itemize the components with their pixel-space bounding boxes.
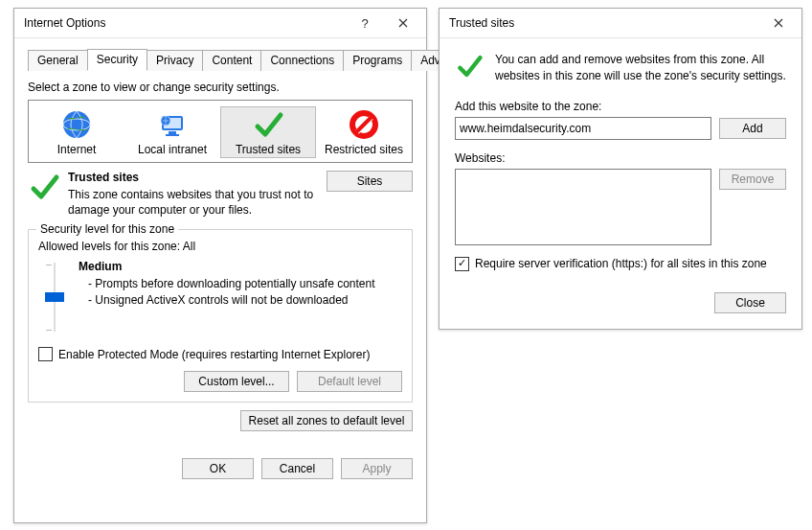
tab-connections[interactable]: Connections [260, 50, 344, 71]
trusted-zone-info: Trusted sites This zone contains website… [28, 171, 413, 218]
zone-internet-label: Internet [31, 143, 123, 156]
ts-body: You can add and remove websites from thi… [440, 38, 801, 327]
io-tabs: General Security Privacy Content Connect… [28, 48, 413, 71]
zone-trusted-sites-label: Trusted sites [222, 143, 314, 156]
ts-title: Trusted sites [449, 16, 759, 30]
apply-button[interactable]: Apply [341, 458, 413, 479]
trusted-sites-window: Trusted sites You can add and remove web… [439, 8, 802, 330]
level-name: Medium [79, 259, 375, 274]
custom-level-button[interactable]: Custom level... [184, 371, 289, 392]
level-bullet-2: - Unsigned ActiveX controls will not be … [79, 292, 375, 308]
zone-local-intranet-label: Local intranet [126, 143, 218, 156]
protected-mode-checkbox[interactable] [38, 347, 53, 361]
default-level-button[interactable]: Default level [297, 371, 402, 392]
require-https-label: Require server verification (https:) for… [475, 257, 767, 270]
allowed-levels: Allowed levels for this zone: All [38, 240, 402, 253]
zone-internet[interactable]: Internet [29, 106, 124, 158]
zone-restricted-sites-label: Restricted sites [318, 143, 410, 156]
tab-security[interactable]: Security [87, 49, 147, 71]
checkmark-icon [28, 171, 60, 206]
tab-privacy[interactable]: Privacy [147, 50, 203, 71]
remove-button[interactable]: Remove [719, 169, 786, 190]
monitor-icon [126, 108, 218, 141]
sites-button[interactable]: Sites [327, 171, 413, 192]
svg-rect-4 [169, 131, 176, 134]
zone-trusted-sites[interactable]: Trusted sites [220, 106, 316, 158]
internet-options-window: Internet Options ? General Security Priv… [13, 8, 427, 523]
trusted-title: Trusted sites [68, 171, 315, 186]
ts-close-button[interactable] [759, 12, 798, 35]
zone-instruction: Select a zone to view or change security… [28, 81, 413, 94]
cancel-button[interactable]: Cancel [261, 458, 333, 479]
help-button[interactable]: ? [346, 12, 384, 35]
ok-button[interactable]: OK [182, 458, 254, 479]
checkmark-icon [455, 52, 484, 83]
security-level-legend: Security level for this zone [36, 222, 178, 236]
ts-titlebar: Trusted sites [440, 9, 801, 38]
zone-restricted-sites[interactable]: Restricted sites [316, 106, 412, 158]
require-https-row[interactable]: Require server verification (https:) for… [455, 257, 786, 271]
tab-programs[interactable]: Programs [343, 50, 412, 71]
ts-info-text: You can add and remove websites from thi… [495, 52, 786, 84]
zone-local-intranet[interactable]: Local intranet [124, 106, 220, 158]
tab-content[interactable]: Content [202, 50, 261, 71]
add-button[interactable]: Add [719, 118, 786, 139]
require-https-checkbox[interactable] [455, 257, 469, 271]
svg-rect-5 [166, 134, 179, 136]
close-button[interactable] [384, 12, 422, 35]
trusted-desc: This zone contains websites that you tru… [68, 188, 315, 218]
websites-label: Websites: [455, 151, 786, 165]
close-dialog-button[interactable]: Close [714, 292, 786, 313]
reset-all-zones-button[interactable]: Reset all zones to default level [240, 410, 413, 431]
security-level-group: Security level for this zone Allowed lev… [28, 229, 413, 403]
level-bullet-1: - Prompts before downloading potentially… [79, 276, 375, 291]
svg-point-0 [63, 111, 90, 138]
security-level-text: Medium - Prompts before downloading pote… [79, 259, 375, 308]
globe-icon [31, 108, 123, 141]
io-title: Internet Options [24, 16, 346, 30]
io-body: General Security Privacy Content Connect… [14, 38, 426, 493]
protected-mode-row[interactable]: Enable Protected Mode (requires restarti… [38, 347, 402, 361]
websites-listbox[interactable] [455, 169, 711, 245]
zones-list: Internet Local intranet [28, 100, 413, 163]
checkmark-icon [222, 108, 314, 141]
io-titlebar: Internet Options ? [14, 9, 426, 38]
security-level-slider[interactable] [44, 259, 65, 335]
no-entry-icon [318, 108, 410, 141]
tab-general[interactable]: General [28, 50, 88, 71]
add-website-input[interactable] [455, 117, 711, 140]
protected-mode-label: Enable Protected Mode (requires restarti… [58, 348, 371, 361]
add-website-label: Add this website to the zone: [455, 100, 786, 113]
